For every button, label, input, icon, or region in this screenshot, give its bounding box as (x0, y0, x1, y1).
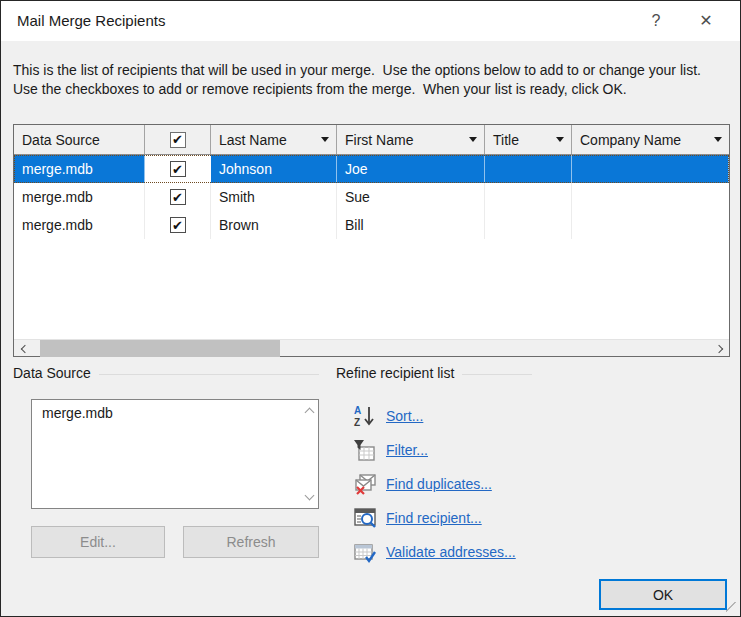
dialog-title: Mail Merge Recipients (17, 1, 165, 41)
scroll-down-icon[interactable] (300, 488, 318, 506)
find-recipient-link-row: Find recipient... (353, 501, 516, 535)
table-row[interactable]: merge.mdb ✔ Johnson Joe (14, 155, 729, 183)
validate-addresses-link[interactable]: Validate addresses... (386, 544, 516, 560)
include-checkbox[interactable]: ✔ (170, 217, 186, 233)
validate-addresses-link-row: Validate addresses... (353, 535, 516, 569)
cell-company-name (572, 183, 729, 211)
cell-include: ✔ (145, 155, 211, 183)
title-bar: Mail Merge Recipients ? ✕ (1, 1, 740, 41)
cell-include: ✔ (145, 211, 211, 239)
cell-last-name: Johnson (211, 155, 337, 183)
sort-link-row: A Z Sort... (353, 399, 516, 433)
table-row[interactable]: merge.mdb ✔ Brown Bill (14, 211, 729, 239)
cell-data-source: merge.mdb (14, 155, 145, 183)
column-header-data-source[interactable]: Data Source (14, 125, 145, 154)
data-source-listbox[interactable]: merge.mdb (31, 399, 319, 509)
cell-data-source: merge.mdb (14, 183, 145, 211)
column-header-title[interactable]: Title (485, 125, 572, 154)
filter-link[interactable]: Filter... (386, 442, 428, 458)
filter-icon (353, 438, 377, 462)
select-all-checkbox[interactable]: ✔ (170, 132, 186, 148)
refine-links: A Z Sort... Filter... (353, 399, 516, 569)
column-header-company-name[interactable]: Company Name (572, 125, 729, 154)
close-button[interactable]: ✕ (684, 1, 728, 41)
cell-include: ✔ (145, 183, 211, 211)
find-duplicates-link-row: Find duplicates... (353, 467, 516, 501)
sort-az-icon: A Z (353, 404, 377, 428)
table-header-row: Data Source ✔ Last Name First Name Title… (14, 125, 729, 155)
cell-company-name (572, 155, 729, 183)
listbox-scrollbar[interactable] (300, 400, 318, 508)
chevron-down-icon[interactable] (714, 137, 722, 142)
column-header-first-name[interactable]: First Name (337, 125, 485, 154)
svg-text:A: A (354, 405, 361, 416)
cell-last-name: Brown (211, 211, 337, 239)
scroll-left-icon[interactable] (14, 340, 32, 357)
svg-text:Z: Z (354, 417, 360, 428)
chevron-down-icon[interactable] (469, 137, 477, 142)
cell-last-name: Smith (211, 183, 337, 211)
find-duplicates-icon (353, 472, 377, 496)
column-header-include-checkbox[interactable]: ✔ (145, 125, 211, 154)
cell-first-name: Sue (337, 183, 485, 211)
edit-button[interactable]: Edit... (31, 526, 165, 558)
help-button[interactable]: ? (634, 1, 678, 41)
chevron-down-icon[interactable] (556, 137, 564, 142)
scrollbar-thumb[interactable] (40, 340, 280, 357)
sort-link[interactable]: Sort... (386, 408, 423, 424)
cell-first-name: Bill (337, 211, 485, 239)
refresh-button[interactable]: Refresh (183, 526, 319, 558)
cell-title (485, 183, 572, 211)
cell-title (485, 155, 572, 183)
dialog-description: This is the list of recipients that will… (13, 61, 730, 99)
scroll-up-icon[interactable] (300, 402, 318, 420)
table-row[interactable]: merge.mdb ✔ Smith Sue (14, 183, 729, 211)
include-checkbox[interactable]: ✔ (170, 161, 186, 177)
chevron-down-icon[interactable] (321, 137, 329, 142)
horizontal-scrollbar[interactable] (14, 339, 729, 356)
resize-grip[interactable] (726, 602, 737, 613)
find-recipient-icon (353, 506, 377, 530)
data-source-group-label: Data Source (13, 365, 319, 381)
list-item[interactable]: merge.mdb (32, 400, 318, 426)
filter-link-row: Filter... (353, 433, 516, 467)
column-header-last-name[interactable]: Last Name (211, 125, 337, 154)
find-recipient-link[interactable]: Find recipient... (386, 510, 482, 526)
find-duplicates-link[interactable]: Find duplicates... (386, 476, 492, 492)
mail-merge-recipients-dialog: Mail Merge Recipients ? ✕ This is the li… (0, 0, 741, 617)
cell-company-name (572, 211, 729, 239)
table-empty-area (14, 239, 729, 339)
cell-first-name: Joe (337, 155, 485, 183)
validate-addresses-icon (353, 540, 377, 564)
refine-group-label: Refine recipient list (336, 365, 532, 381)
scroll-right-icon[interactable] (711, 340, 729, 357)
recipients-table: Data Source ✔ Last Name First Name Title… (13, 124, 730, 357)
ok-button[interactable]: OK (599, 579, 727, 610)
include-checkbox[interactable]: ✔ (170, 189, 186, 205)
cell-title (485, 211, 572, 239)
cell-data-source: merge.mdb (14, 211, 145, 239)
